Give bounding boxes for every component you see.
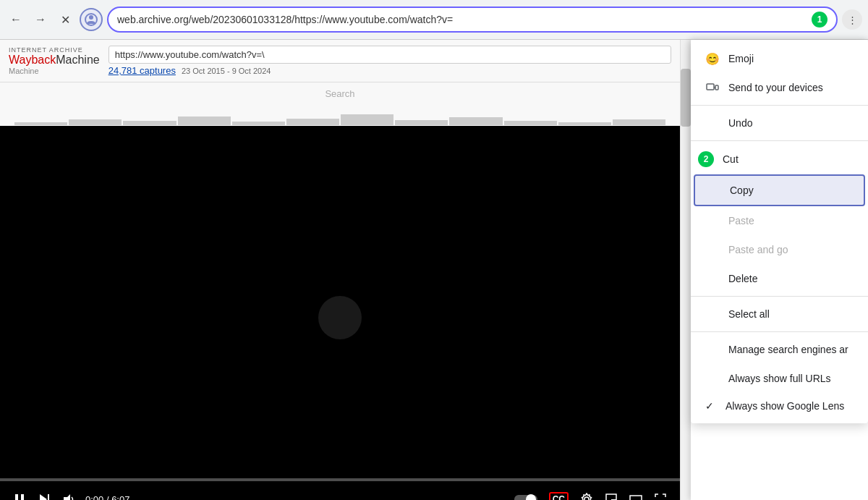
wayback-area: INTERNET ARCHIVE WaybackMachine Machine … <box>0 40 680 500</box>
undo-label: Undo <box>728 117 854 129</box>
captures-link[interactable]: 24,781 captures <box>109 65 176 76</box>
send-devices-icon <box>705 80 720 95</box>
autoplay-toggle[interactable] <box>513 491 539 500</box>
paste-go-label: Paste and go <box>728 244 854 255</box>
wayback-right: 24,781 captures 23 Oct 2015 - 9 Oct 2024 <box>109 46 671 76</box>
pause-button[interactable] <box>12 491 27 500</box>
profile-button[interactable] <box>80 8 103 31</box>
calendar-area: Search <box>0 82 680 126</box>
ia-label: INTERNET ARCHIVE <box>9 46 83 54</box>
svg-rect-13 <box>707 84 714 90</box>
wayback-word2: Machine <box>56 54 99 66</box>
menu-item-always-lens[interactable]: ✓ Always show Google Lens <box>691 393 868 419</box>
video-placeholder <box>318 296 362 339</box>
menu-item-emoji[interactable]: 😊 Emoji <box>691 44 868 73</box>
manage-engines-label: Manage search engines ar <box>728 344 854 355</box>
emoji-label: Emoji <box>728 53 854 64</box>
video-container: 0:00 / 6:07 CC <box>0 126 680 500</box>
timeline-bars <box>0 103 680 125</box>
video-controls: 0:00 / 6:07 CC <box>0 481 680 500</box>
date-range: 23 Oct 2015 - 9 Oct 2024 <box>182 67 271 75</box>
svg-point-9 <box>584 497 589 500</box>
back-button[interactable]: ← <box>6 9 26 30</box>
divider-1 <box>691 105 868 106</box>
svg-marker-4 <box>40 494 47 500</box>
always-lens-label: Always show Google Lens <box>726 400 854 412</box>
scrollbar-area <box>680 40 691 500</box>
always-full-label: Always show full URLs <box>728 373 854 384</box>
forward-button[interactable]: → <box>30 9 51 30</box>
svg-point-1 <box>89 15 93 20</box>
settings-button[interactable] <box>579 491 595 500</box>
profile-icon <box>85 13 98 26</box>
main-content: INTERNET ARCHIVE WaybackMachine Machine … <box>0 40 868 500</box>
machine-subtext: Machine <box>9 67 39 75</box>
scrollbar-thumb[interactable] <box>681 69 691 127</box>
menu-item-always-full[interactable]: Always show full URLs <box>691 364 868 393</box>
divider-3 <box>691 296 868 297</box>
svg-rect-2 <box>15 494 18 500</box>
undo-icon <box>705 116 720 130</box>
svg-rect-14 <box>715 85 718 90</box>
calendar-search-label: Search <box>325 88 354 99</box>
wayback-brand: WaybackMachine <box>9 54 100 67</box>
menu-item-manage-engines[interactable]: Manage search engines ar <box>691 335 868 364</box>
context-menu: 😊 Emoji Send to your devices Undo <box>691 40 868 423</box>
cut-label: Cut <box>723 153 854 165</box>
fullscreen-button[interactable] <box>652 491 668 500</box>
time-display: 0:00 / 6:07 <box>85 494 129 501</box>
delete-label: Delete <box>728 273 854 284</box>
svg-rect-5 <box>48 494 49 500</box>
address-bar-wrapper: 1 <box>107 7 838 33</box>
paste-label: Paste <box>728 215 854 226</box>
close-button[interactable]: ✕ <box>55 9 75 30</box>
manage-engines-icon <box>705 342 720 357</box>
miniplayer-button[interactable] <box>603 491 619 500</box>
menu-item-select-all[interactable]: Select all <box>691 300 868 329</box>
delete-icon <box>705 271 720 286</box>
cc-icon: CC <box>549 492 569 500</box>
svg-rect-3 <box>21 494 24 500</box>
volume-button[interactable] <box>61 491 77 500</box>
theater-button[interactable] <box>628 491 644 500</box>
svg-rect-10 <box>606 494 616 500</box>
browser-chrome: ← → ✕ 1 ⋮ <box>0 0 868 40</box>
svg-rect-12 <box>630 496 642 500</box>
emoji-icon: 😊 <box>705 51 720 66</box>
send-devices-label: Send to your devices <box>728 82 854 93</box>
cut-badge: 2 <box>698 151 714 167</box>
always-full-icon <box>705 371 720 386</box>
paste-icon <box>705 213 720 228</box>
menu-item-paste[interactable]: Paste <box>691 206 868 235</box>
menu-item-copy[interactable]: Copy <box>694 174 865 206</box>
check-icon: ✓ <box>705 400 714 412</box>
address-bar-input[interactable] <box>117 14 806 25</box>
next-button[interactable] <box>36 491 52 500</box>
wayback-banner: INTERNET ARCHIVE WaybackMachine Machine … <box>0 40 680 82</box>
menu-item-delete[interactable]: Delete <box>691 264 868 293</box>
menu-item-undo[interactable]: Undo <box>691 109 868 137</box>
divider-4 <box>691 331 868 332</box>
extensions-button[interactable]: ⋮ <box>842 9 862 30</box>
svg-marker-6 <box>64 494 70 500</box>
menu-item-paste-go[interactable]: Paste and go <box>691 235 868 264</box>
wayback-logo: INTERNET ARCHIVE WaybackMachine Machine <box>9 46 100 75</box>
wayback-url-input[interactable] <box>109 46 671 64</box>
copy-label: Copy <box>730 185 852 196</box>
context-menu-panel: 😊 Emoji Send to your devices Undo <box>691 40 868 500</box>
wayback-meta: 24,781 captures 23 Oct 2015 - 9 Oct 2024 <box>109 65 671 76</box>
divider-2 <box>691 140 868 141</box>
wayback-word1: Wayback <box>9 54 56 66</box>
copy-icon <box>707 183 721 198</box>
menu-item-cut[interactable]: 2 Cut <box>691 144 868 174</box>
address-badge: 1 <box>812 12 827 27</box>
select-all-label: Select all <box>728 308 854 320</box>
select-all-icon <box>705 307 720 321</box>
menu-item-send-devices[interactable]: Send to your devices <box>691 73 868 102</box>
paste-go-icon <box>705 242 720 257</box>
cc-button[interactable]: CC <box>548 491 570 500</box>
